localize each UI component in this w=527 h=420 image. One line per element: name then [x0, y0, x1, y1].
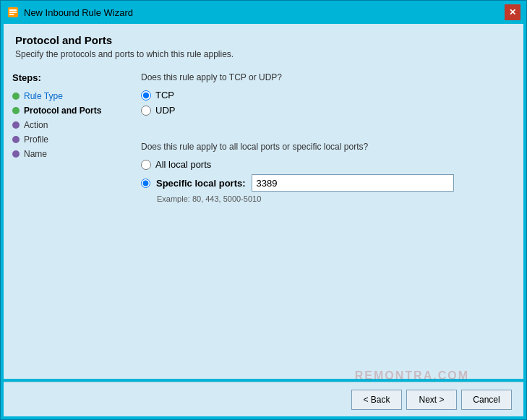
content-area: Protocol and Ports Specify the protocols… — [4, 24, 523, 379]
page-title: Protocol and Ports — [15, 34, 512, 46]
all-ports-radio[interactable] — [141, 160, 151, 170]
back-button[interactable]: < Back — [351, 390, 402, 410]
all-ports-radio-item[interactable]: All local ports — [141, 159, 509, 170]
svg-rect-1 — [9, 12, 17, 13]
ports-question: Does this rule apply to all local ports … — [141, 142, 509, 152]
sidebar-item-protocol-ports: Protocol and Ports — [12, 103, 118, 118]
step-plain-profile: Profile — [24, 134, 48, 145]
sidebar-item-action: Action — [12, 118, 118, 132]
step-link-rule-type[interactable]: Rule Type — [24, 91, 63, 101]
specific-ports-radio[interactable] — [141, 179, 150, 188]
svg-rect-2 — [9, 9, 17, 11]
main-body: Steps: Rule Type Protocol and Ports Acti… — [4, 65, 523, 379]
tcp-label[interactable]: TCP — [155, 90, 174, 100]
main-content: Does this rule apply to TCP or UDP? TCP … — [127, 72, 523, 372]
steps-label: Steps: — [12, 72, 118, 83]
sidebar-item-rule-type[interactable]: Rule Type — [12, 89, 118, 103]
sidebar-item-name: Name — [12, 147, 118, 161]
sidebar-item-profile: Profile — [12, 132, 118, 147]
protocol-radio-group: TCP UDP — [141, 90, 509, 116]
sidebar: Steps: Rule Type Protocol and Ports Acti… — [4, 72, 127, 372]
protocol-question: Does this rule apply to TCP or UDP? — [141, 72, 509, 82]
udp-radio[interactable] — [141, 106, 151, 116]
window-title: New Inbound Rule Wizard — [24, 7, 133, 18]
window: New Inbound Rule Wizard ✕ Protocol and P… — [0, 0, 527, 420]
step-dot-name — [12, 150, 20, 158]
all-ports-label[interactable]: All local ports — [155, 159, 211, 170]
step-dot-protocol-ports — [12, 107, 20, 114]
ports-example: Example: 80, 443, 5000-5010 — [157, 194, 509, 203]
close-button[interactable]: ✕ — [505, 4, 520, 20]
step-dot-action — [12, 121, 20, 129]
title-bar: New Inbound Rule Wizard ✕ — [1, 1, 526, 24]
svg-rect-3 — [9, 14, 14, 15]
page-header: Protocol and Ports Specify the protocols… — [4, 24, 523, 65]
step-dot-profile — [12, 136, 20, 143]
next-button[interactable]: Next > — [406, 390, 457, 410]
footer: < Back Next > Cancel — [4, 382, 523, 416]
step-dot-rule-type — [12, 93, 20, 100]
title-bar-left: New Inbound Rule Wizard — [7, 6, 133, 19]
cancel-button[interactable]: Cancel — [461, 390, 512, 410]
tcp-radio-item[interactable]: TCP — [141, 90, 509, 100]
step-plain-name: Name — [24, 149, 47, 159]
udp-radio-item[interactable]: UDP — [141, 105, 509, 116]
specific-ports-row: Specific local ports: — [141, 174, 509, 192]
ports-section: All local ports Specific local ports: Ex… — [141, 159, 509, 203]
ports-input[interactable] — [252, 174, 454, 192]
page-subtitle: Specify the protocols and ports to which… — [15, 49, 512, 59]
step-current-protocol-ports: Protocol and Ports — [24, 106, 101, 116]
app-icon — [7, 6, 20, 19]
specific-ports-label[interactable]: Specific local ports: — [156, 178, 246, 189]
tcp-radio[interactable] — [141, 90, 151, 100]
udp-label[interactable]: UDP — [155, 105, 175, 116]
step-plain-action: Action — [24, 120, 48, 130]
